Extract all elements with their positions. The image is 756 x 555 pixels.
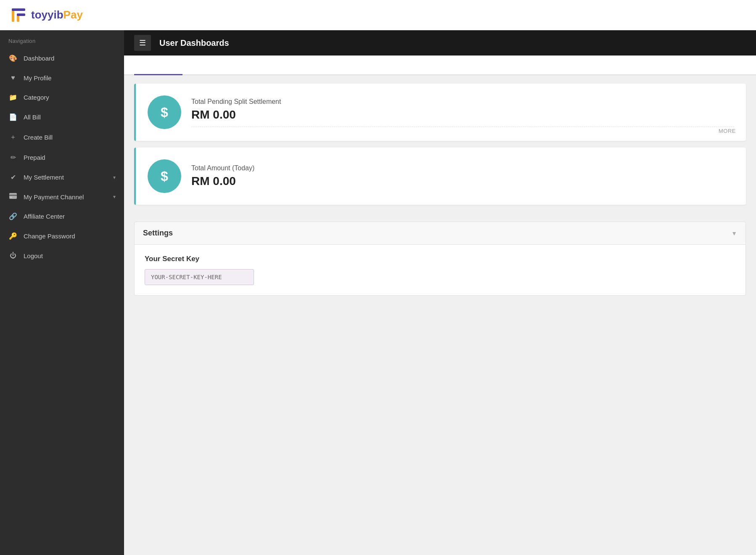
sidebar-item-label: My Settlement (24, 174, 64, 181)
stat-label-today: Total Amount (Today) (191, 164, 734, 172)
sidebar-item-all-bill[interactable]: 📄 All Bill (0, 107, 124, 127)
top-header: toyyibPay (0, 0, 756, 30)
check-icon: ✔ (8, 173, 18, 181)
card-icon (8, 193, 18, 201)
chevron-down-icon: ▾ (113, 174, 116, 180)
settings-section: Settings ▼ Your Secret Key (124, 222, 756, 306)
sidebar-item-dashboard[interactable]: 🎨 Dashboard (0, 48, 124, 68)
stat-icon-today: $ (148, 159, 181, 193)
sidebar-item-label: Category (24, 94, 49, 101)
stat-divider (191, 127, 734, 127)
stat-card-today: $ Total Amount (Today) RM 0.00 (134, 148, 746, 205)
sidebar-item-label: Dashboard (24, 55, 54, 62)
dollar-icon: $ (161, 105, 168, 120)
logo-brand1: toyyib (31, 8, 63, 21)
sidebar-item-label: Logout (24, 252, 43, 259)
stat-value-today: RM 0.00 (191, 174, 734, 188)
logo-area: toyyibPay (10, 7, 83, 24)
dollar-icon: $ (161, 169, 168, 184)
secret-key-input[interactable] (145, 269, 254, 285)
dashboard-icon: 🎨 (8, 54, 18, 62)
sidebar-item-label: Affiliate Center (24, 213, 65, 220)
logo-icon (10, 7, 27, 24)
secret-key-label: Your Secret Key (145, 255, 735, 263)
page-title: User Dashboards (159, 38, 229, 48)
settings-header[interactable]: Settings ▼ (134, 222, 746, 245)
sidebar-item-label: Create Bill (24, 134, 53, 141)
svg-rect-6 (10, 197, 12, 198)
sidebar-nav-label: Navigation (0, 30, 124, 48)
sidebar: Navigation 🎨 Dashboard ♥ My Profile 📁 Ca… (0, 30, 124, 555)
svg-rect-1 (12, 8, 25, 11)
more-button-pending[interactable]: MORE (719, 128, 736, 134)
heart-icon: ♥ (8, 74, 18, 82)
svg-rect-3 (17, 13, 25, 16)
hamburger-button[interactable]: ☰ (134, 35, 151, 51)
main-layout: Navigation 🎨 Dashboard ♥ My Profile 📁 Ca… (0, 30, 756, 555)
settings-chevron-icon: ▼ (731, 230, 737, 237)
sidebar-item-label: Prepaid (24, 154, 45, 161)
folder-icon: 📁 (8, 93, 18, 101)
key-icon: 🔑 (8, 232, 18, 240)
sidebar-item-label: Change Password (24, 233, 75, 240)
sidebar-item-my-payment-channel[interactable]: My Payment Channel ▾ (0, 187, 124, 206)
stat-icon-pending: $ (148, 95, 181, 129)
content-scroll: $ Total Pending Split Settlement RM 0.00… (124, 56, 756, 555)
sidebar-item-label: My Profile (24, 74, 52, 82)
sidebar-item-category[interactable]: 📁 Category (0, 87, 124, 107)
file-icon: 📄 (8, 113, 18, 121)
sidebar-item-label: All Bill (24, 114, 41, 121)
stat-info-pending: Total Pending Split Settlement RM 0.00 (191, 98, 734, 127)
sidebar-item-change-password[interactable]: 🔑 Change Password (0, 226, 124, 246)
logo-text: toyyibPay (31, 8, 83, 21)
cards-area: $ Total Pending Split Settlement RM 0.00… (124, 75, 756, 222)
plus-icon: ＋ (8, 133, 18, 142)
sidebar-item-affiliate-center[interactable]: 🔗 Affiliate Center (0, 206, 124, 226)
logo-brand2: Pay (63, 8, 83, 21)
pencil-icon: ✏ (8, 153, 18, 161)
content-area: ☰ User Dashboards $ T (124, 30, 756, 555)
stat-card-pending-split: $ Total Pending Split Settlement RM 0.00… (134, 84, 746, 141)
content-header: ☰ User Dashboards (124, 30, 756, 56)
tab-bar (124, 56, 756, 75)
stat-label-pending: Total Pending Split Settlement (191, 98, 734, 106)
power-icon: ⏻ (8, 252, 18, 259)
tab-active[interactable] (134, 56, 182, 75)
sidebar-item-my-profile[interactable]: ♥ My Profile (0, 68, 124, 87)
sidebar-item-label: My Payment Channel (24, 193, 84, 201)
settings-title: Settings (143, 229, 173, 238)
sidebar-item-my-settlement[interactable]: ✔ My Settlement ▾ (0, 167, 124, 187)
chevron-down-icon: ▾ (113, 194, 116, 200)
tab-inactive[interactable] (182, 56, 231, 75)
link-icon: 🔗 (8, 212, 18, 220)
sidebar-item-create-bill[interactable]: ＋ Create Bill (0, 127, 124, 148)
stat-info-today: Total Amount (Today) RM 0.00 (191, 164, 734, 188)
settings-body: Your Secret Key (134, 245, 746, 296)
svg-rect-5 (9, 195, 17, 196)
sidebar-item-prepaid[interactable]: ✏ Prepaid (0, 148, 124, 167)
stat-value-pending: RM 0.00 (191, 108, 734, 122)
sidebar-item-logout[interactable]: ⏻ Logout (0, 246, 124, 265)
